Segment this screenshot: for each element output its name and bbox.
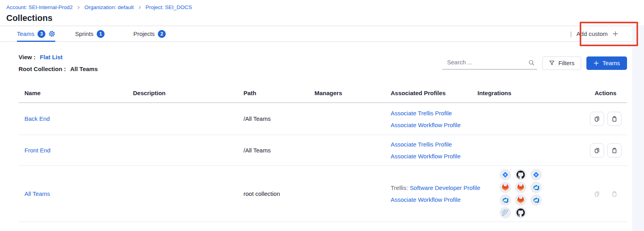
- tab-bar: Teams 3 Sprints 1 Projects 2 | Add custo…: [0, 26, 632, 42]
- add-custom-label: Add custom: [577, 30, 608, 37]
- copy-icon: [594, 191, 600, 197]
- column-header-name: Name: [19, 90, 133, 96]
- trash-icon: [611, 147, 618, 154]
- azure-devops-icon: [500, 194, 511, 206]
- filters-button-label: Filters: [558, 60, 575, 66]
- gitlab-icon: [500, 182, 511, 193]
- table-header-row: Name Description Path Managers Associate…: [19, 83, 627, 103]
- column-header-integrations: Integrations: [477, 90, 584, 96]
- column-header-associated-profiles: Associated Profiles: [387, 90, 477, 96]
- page-title: Collections: [6, 12, 644, 24]
- collection-link-back-end[interactable]: Back End: [24, 115, 50, 122]
- breadcrumb-account-link[interactable]: Account: SEI-Internal-Prod2: [6, 4, 73, 10]
- root-collection-row: Root Collection : All Teams: [19, 65, 98, 73]
- associate-workflow-profile-link[interactable]: Associate Workflow Profile: [391, 196, 461, 203]
- filters-button[interactable]: Filters: [542, 56, 581, 70]
- path-value: /All Teams: [243, 147, 271, 154]
- table-row: All Teams root collection Trellis:Softwa…: [19, 166, 627, 222]
- breadcrumb-project-link[interactable]: Project: SEI_DOCS: [146, 4, 192, 10]
- tab-sprints-label: Sprints: [75, 30, 94, 37]
- column-header-actions: Actions: [584, 90, 627, 96]
- tab-sprints[interactable]: Sprints 1: [75, 26, 105, 41]
- tab-teams[interactable]: Teams 3: [17, 26, 55, 41]
- page-header: Account: SEI-Internal-Prod2 Organization…: [0, 0, 644, 24]
- associate-workflow-profile-link[interactable]: Associate Workflow Profile: [391, 122, 461, 128]
- collections-page: Account: SEI-Internal-Prod2 Organization…: [0, 0, 644, 231]
- associated-profiles-cell: Associate Trellis Profile Associate Work…: [391, 141, 477, 160]
- table-actions: Filters Teams: [442, 56, 627, 70]
- root-collection-label: Root Collection :: [19, 66, 66, 72]
- path-value: root collection: [243, 190, 280, 197]
- software-developer-profile-link[interactable]: Software Developer Profile: [410, 184, 480, 191]
- associated-profiles-cell: Associate Trellis Profile Associate Work…: [391, 110, 477, 128]
- view-flat-list-link[interactable]: Flat List: [40, 54, 63, 60]
- search-box: [442, 57, 537, 69]
- copy-icon: [594, 147, 600, 154]
- jira-icon: [530, 169, 542, 180]
- integrations-grid: [500, 169, 584, 218]
- breadcrumb-organization-link[interactable]: Organization: default: [84, 4, 134, 10]
- associate-trellis-profile-link[interactable]: Associate Trellis Profile: [391, 110, 452, 116]
- delete-collection-button[interactable]: [607, 112, 622, 126]
- plus-icon: [593, 60, 599, 66]
- search-input[interactable]: [442, 59, 523, 67]
- gitlab-icon: [515, 182, 526, 193]
- search-icon: [528, 60, 535, 66]
- gitlab-icon: [515, 194, 526, 206]
- column-header-path: Path: [243, 90, 315, 96]
- associate-workflow-profile-link[interactable]: Associate Workflow Profile: [391, 153, 461, 160]
- delete-collection-button[interactable]: [607, 143, 622, 158]
- view-row: View : Flat List: [19, 53, 98, 61]
- trash-icon: [611, 191, 618, 197]
- column-header-description: Description: [133, 90, 243, 96]
- gear-icon[interactable]: [49, 30, 55, 37]
- actions-cell: [590, 187, 622, 201]
- view-label: View :: [19, 54, 36, 60]
- tab-projects[interactable]: Projects 2: [133, 26, 166, 41]
- filter-funnel-icon: [549, 60, 555, 66]
- sonarqube-icon: [500, 207, 511, 218]
- column-header-managers: Managers: [315, 90, 387, 96]
- github-icon: [515, 169, 526, 180]
- vertical-separator: |: [570, 30, 572, 37]
- path-value: /All Teams: [243, 115, 271, 122]
- tab-teams-count-badge: 3: [37, 30, 45, 38]
- jira-icon: [500, 169, 511, 180]
- copy-icon: [594, 116, 600, 122]
- tab-teams-label: Teams: [17, 30, 34, 37]
- associated-profiles-cell: Trellis:Software Developer Profile Assoc…: [391, 184, 477, 203]
- collection-link-front-end[interactable]: Front End: [24, 147, 51, 154]
- add-teams-button-label: Teams: [603, 60, 620, 66]
- actions-cell: [590, 143, 622, 158]
- delete-collection-button-disabled: [607, 187, 622, 201]
- add-teams-button[interactable]: Teams: [586, 56, 627, 70]
- trellis-prefix-label: Trellis:: [391, 184, 408, 191]
- root-collection-value: All Teams: [70, 66, 98, 72]
- github-icon: [515, 207, 526, 218]
- chevron-right-icon: [137, 5, 142, 10]
- tab-projects-count-badge: 2: [158, 30, 166, 38]
- collections-table: Name Description Path Managers Associate…: [19, 83, 627, 222]
- azure-devops-icon: [530, 182, 542, 193]
- list-controls: View : Flat List Root Collection : All T…: [19, 53, 627, 73]
- breadcrumb: Account: SEI-Internal-Prod2 Organization…: [6, 4, 644, 11]
- trash-icon: [611, 116, 618, 122]
- plus-icon: [612, 31, 618, 37]
- add-custom-button[interactable]: | Add custom: [570, 26, 618, 41]
- view-settings: View : Flat List Root Collection : All T…: [19, 53, 98, 73]
- table-row: Front End /All Teams Associate Trellis P…: [19, 135, 627, 166]
- actions-cell: [590, 112, 622, 126]
- clone-collection-button[interactable]: [590, 112, 604, 126]
- table-row: Back End /All Teams Associate Trellis Pr…: [19, 103, 627, 135]
- chevron-right-icon: [76, 5, 81, 10]
- page-right-gutter: [632, 25, 644, 231]
- clone-collection-button[interactable]: [590, 143, 604, 158]
- tab-projects-label: Projects: [133, 30, 155, 37]
- integrations-cell: [477, 169, 584, 218]
- associate-trellis-profile-link[interactable]: Associate Trellis Profile: [391, 141, 452, 148]
- azure-devops-icon: [530, 194, 542, 206]
- tab-sprints-count-badge: 1: [97, 30, 105, 38]
- collection-link-all-teams[interactable]: All Teams: [24, 190, 50, 197]
- clone-collection-button-disabled: [590, 187, 604, 201]
